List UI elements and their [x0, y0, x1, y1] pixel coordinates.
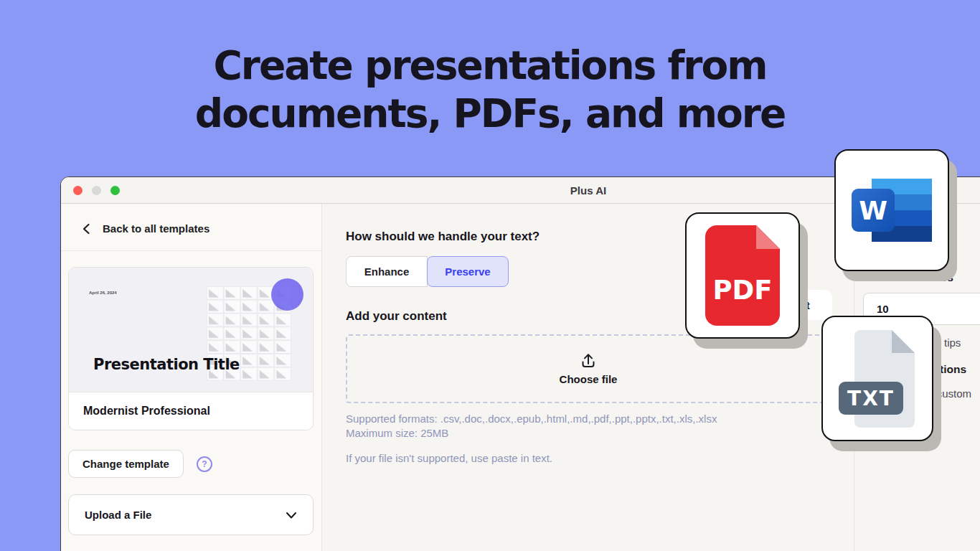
page-background: Create presentations from documents, PDF… — [0, 0, 980, 551]
pdf-icon: PDF — [705, 225, 781, 326]
upload-a-file-select[interactable]: Upload a File — [68, 494, 314, 535]
change-template-button[interactable]: Change template — [68, 450, 184, 478]
back-to-templates-label: Back to all templates — [103, 222, 209, 235]
back-to-templates-button[interactable]: Back to all templates — [61, 204, 321, 251]
paste-hint-text: If your file isn't supported, use paste … — [346, 451, 854, 466]
template-preview: April 26, 2024 — [69, 268, 313, 392]
chevron-down-icon — [286, 511, 297, 519]
template-name: Modernist Professional — [69, 392, 313, 430]
sidebar: Back to all templates April 26, 2024 — [61, 204, 322, 551]
hero-headline-line1: Create presentations from — [0, 42, 980, 90]
tab-enhance[interactable]: Enhance — [346, 256, 428, 287]
template-slide-title: Presentation Title — [93, 356, 240, 373]
chevron-left-icon — [82, 223, 90, 235]
plus-tips-text-fragment: us tips — [930, 336, 961, 349]
choose-file-label: Choose file — [560, 373, 618, 385]
help-icon[interactable]: ? — [197, 456, 212, 472]
file-dropzone[interactable]: Choose file — [346, 334, 831, 403]
max-size-line: Maximum size: 25MB — [346, 426, 854, 441]
hero-headline-line2: documents, PDFs, and more — [0, 90, 980, 138]
svg-text:PDF: PDF — [712, 275, 772, 306]
tab-preserve[interactable]: Preserve — [427, 256, 509, 287]
word-icon: W — [852, 179, 932, 242]
template-accent-circle — [271, 278, 303, 311]
word-file-card: W — [834, 149, 949, 271]
upload-icon — [580, 352, 597, 369]
change-template-row: Change template ? — [68, 450, 321, 478]
word-letter: W — [852, 189, 895, 232]
hero-headline: Create presentations from documents, PDF… — [0, 42, 980, 138]
template-card[interactable]: April 26, 2024 — [68, 267, 314, 430]
template-slide-date: April 26, 2024 — [89, 291, 117, 295]
supported-formats-text: Supported formats: .csv,.doc,.docx,.epub… — [346, 412, 854, 441]
txt-file-card: TXT — [821, 316, 933, 441]
upload-a-file-label: Upload a File — [85, 509, 151, 521]
supported-formats-line: Supported formats: .csv,.doc,.docx,.epub… — [346, 412, 854, 426]
custom-text-fragment: y custom — [928, 387, 971, 400]
number-of-slides-label: Number of slides — [863, 271, 980, 284]
pdf-file-card: PDF — [685, 212, 800, 339]
svg-text:TXT: TXT — [847, 387, 895, 410]
txt-icon: TXT — [837, 329, 918, 429]
